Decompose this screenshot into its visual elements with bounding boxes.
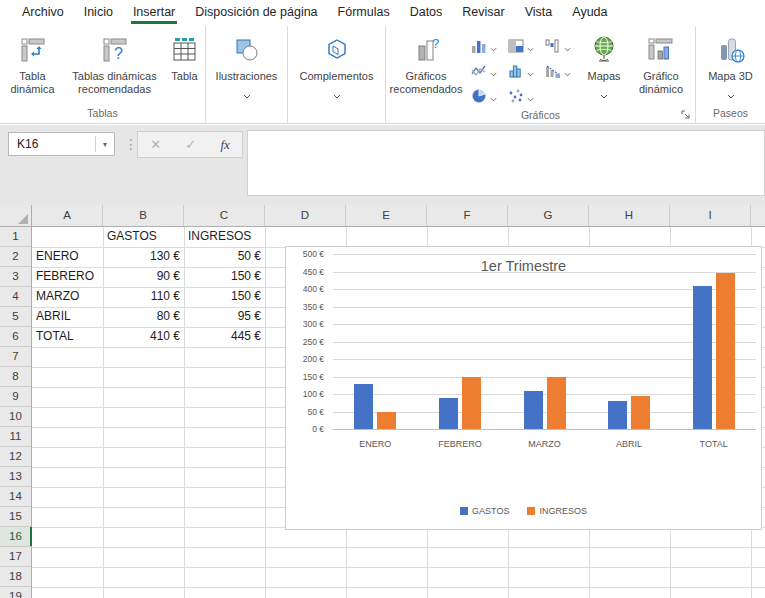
chevron-down-icon xyxy=(243,85,251,103)
x-axis-category-label: ENERO xyxy=(359,439,391,449)
cell-C5[interactable]: 95 € xyxy=(184,307,265,327)
table-button[interactable]: Tabla xyxy=(165,29,205,83)
histogram-chart-button[interactable] xyxy=(505,58,542,83)
formula-input[interactable] xyxy=(247,130,765,196)
legend-item-ingresos[interactable]: INGRESOS xyxy=(527,506,587,516)
combo-chart-icon xyxy=(545,63,561,79)
separator-dots-icon[interactable]: ⋮ xyxy=(124,133,138,155)
tab-formulas[interactable]: Fórmulas xyxy=(328,0,400,26)
row-header-3[interactable]: 3 xyxy=(0,267,31,287)
cell-C2[interactable]: 50 € xyxy=(184,247,265,267)
tab-datos[interactable]: Datos xyxy=(400,0,453,26)
tab-ayuda[interactable]: Ayuda xyxy=(562,0,617,26)
row-header-2[interactable]: 2 xyxy=(0,247,31,267)
row-header-6[interactable]: 6 xyxy=(0,327,31,347)
pivot-chart-button[interactable]: Gráfico dinámico xyxy=(627,29,695,96)
recommended-charts-button[interactable]: ? Gráficos recomendados xyxy=(386,29,466,96)
col-header-C[interactable]: C xyxy=(184,205,265,226)
cell-A2[interactable]: ENERO xyxy=(32,247,103,267)
bar-gastos-abril[interactable] xyxy=(608,401,627,429)
embedded-chart[interactable]: 1er Trimestre 0 €50 €100 €150 €200 €250 … xyxy=(285,246,762,530)
row-header-4[interactable]: 4 xyxy=(0,287,31,307)
row-header-11[interactable]: 11 xyxy=(0,427,31,447)
col-header-B[interactable]: B xyxy=(103,205,184,226)
map-3d-button[interactable]: Mapa 3D xyxy=(701,29,761,103)
col-header-A[interactable]: A xyxy=(32,205,103,226)
recommended-charts-icon: ? xyxy=(411,32,441,68)
tab-inicio[interactable]: Inicio xyxy=(74,0,123,26)
pivot-table-button[interactable]: Tabla dinámica xyxy=(1,29,65,96)
cell-A6[interactable]: TOTAL xyxy=(32,327,103,347)
row-header-17[interactable]: 17 xyxy=(0,547,31,567)
col-header-H[interactable]: H xyxy=(589,205,670,226)
bar-gastos-marzo[interactable] xyxy=(524,391,543,430)
bar-ingresos-marzo[interactable] xyxy=(547,377,566,430)
cell-A4[interactable]: MARZO xyxy=(32,287,103,307)
cell-B5[interactable]: 80 € xyxy=(103,307,184,327)
row-header-5[interactable]: 5 xyxy=(0,307,31,327)
row-header-19[interactable]: 19 xyxy=(0,587,31,598)
tab-archivo[interactable]: Archivo xyxy=(12,0,74,26)
bar-gastos-total[interactable] xyxy=(693,286,712,430)
cell-C4[interactable]: 150 € xyxy=(184,287,265,307)
bar-gastos-enero[interactable] xyxy=(354,384,373,430)
select-all-corner[interactable] xyxy=(0,205,32,227)
x-axis-category-label: MARZO xyxy=(528,439,561,449)
col-header-G[interactable]: G xyxy=(508,205,589,226)
cell-B3[interactable]: 90 € xyxy=(103,267,184,287)
name-box-dropdown-icon[interactable]: ▾ xyxy=(96,140,114,149)
scatter-chart-button[interactable] xyxy=(505,83,542,108)
tab-disposicion-de-pagina[interactable]: Disposición de página xyxy=(185,0,327,26)
cell-B2[interactable]: 130 € xyxy=(103,247,184,267)
y-axis-tick-label: 100 € xyxy=(286,389,324,399)
row-header-16[interactable]: 16 xyxy=(0,527,31,547)
col-header-F[interactable]: F xyxy=(427,205,508,226)
cell-A3[interactable]: FEBRERO xyxy=(32,267,103,287)
recommended-pivot-button[interactable]: ? Tablas dinámicas recomendadas xyxy=(65,29,165,96)
cell-A5[interactable]: ABRIL xyxy=(32,307,103,327)
pie-chart-button[interactable] xyxy=(468,83,505,108)
maps-button[interactable]: Mapas xyxy=(581,29,627,103)
cell-B1[interactable]: GASTOS xyxy=(103,227,184,247)
tab-vista[interactable]: Vista xyxy=(515,0,563,26)
row-header-12[interactable]: 12 xyxy=(0,447,31,467)
legend-swatch xyxy=(527,507,535,515)
row-header-14[interactable]: 14 xyxy=(0,487,31,507)
cell-C1[interactable]: INGRESOS xyxy=(184,227,265,247)
bar-ingresos-total[interactable] xyxy=(716,273,735,429)
row-header-13[interactable]: 13 xyxy=(0,467,31,487)
addins-button[interactable]: Complementos xyxy=(290,29,384,103)
waterfall-chart-button[interactable] xyxy=(542,33,579,58)
combo-chart-button[interactable] xyxy=(542,58,579,83)
bar-ingresos-abril[interactable] xyxy=(631,396,650,429)
row-header-18[interactable]: 18 xyxy=(0,567,31,587)
row-header-10[interactable]: 10 xyxy=(0,407,31,427)
col-header-D[interactable]: D xyxy=(265,205,346,226)
column-chart-button[interactable] xyxy=(468,33,505,58)
cell-C6[interactable]: 445 € xyxy=(184,327,265,347)
insert-function-icon[interactable]: fx xyxy=(220,137,229,153)
illustrations-button[interactable]: Ilustraciones xyxy=(208,29,286,103)
dialog-launcher-icon[interactable] xyxy=(679,108,692,121)
tab-revisar[interactable]: Revisar xyxy=(452,0,514,26)
cell-B4[interactable]: 110 € xyxy=(103,287,184,307)
row-header-15[interactable]: 15 xyxy=(0,507,31,527)
line-chart-button[interactable] xyxy=(468,58,505,83)
row-header-9[interactable]: 9 xyxy=(0,387,31,407)
cell-B6[interactable]: 410 € xyxy=(103,327,184,347)
cancel-icon[interactable]: ✕ xyxy=(150,137,161,152)
treemap-chart-button[interactable] xyxy=(505,33,542,58)
enter-icon[interactable]: ✓ xyxy=(185,137,196,152)
bar-gastos-febrero[interactable] xyxy=(439,398,458,430)
tab-insertar[interactable]: Insertar xyxy=(123,0,185,26)
col-header-I[interactable]: I xyxy=(670,205,751,226)
cell-C3[interactable]: 150 € xyxy=(184,267,265,287)
row-header-7[interactable]: 7 xyxy=(0,347,31,367)
name-box[interactable]: K16 ▾ xyxy=(8,132,115,156)
row-header-1[interactable]: 1 xyxy=(0,227,31,247)
bar-ingresos-enero[interactable] xyxy=(377,412,396,430)
bar-ingresos-febrero[interactable] xyxy=(462,377,481,430)
legend-item-gastos[interactable]: GASTOS xyxy=(460,506,509,516)
row-header-8[interactable]: 8 xyxy=(0,367,31,387)
col-header-E[interactable]: E xyxy=(346,205,427,226)
